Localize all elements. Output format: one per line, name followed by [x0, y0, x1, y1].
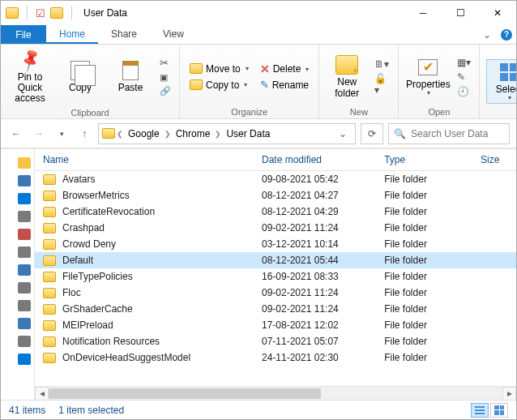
horizontal-scrollbar[interactable]: ◂ ▸: [35, 386, 516, 400]
copy-to-button[interactable]: Copy to▾: [186, 78, 252, 92]
tab-file[interactable]: File: [1, 25, 46, 44]
search-box[interactable]: 🔍 Search User Data: [388, 123, 510, 144]
easy-access-button[interactable]: 🔓▾: [374, 73, 390, 96]
group-new: New folder 🗎▾ 🔓▾ New: [319, 45, 399, 118]
help-icon: ?: [501, 29, 512, 41]
chevron-right-icon[interactable]: ❯: [215, 130, 221, 138]
table-row[interactable]: BrowserMetrics08-12-2021 04:27File folde…: [35, 187, 516, 204]
table-row[interactable]: CertificateRevocation08-12-2021 04:29Fil…: [35, 204, 516, 220]
delete-button[interactable]: ✕ Delete▾: [257, 62, 313, 76]
separator: [71, 6, 72, 20]
sidebar-item[interactable]: [1, 350, 34, 368]
copy-path-button[interactable]: ▣: [160, 72, 171, 83]
new-folder-label: New folder: [335, 77, 359, 98]
column-size[interactable]: Size: [472, 149, 516, 171]
back-button[interactable]: ←: [7, 125, 25, 143]
sidebar-item[interactable]: [1, 154, 34, 172]
properties-button[interactable]: ✔ Properties ▾: [405, 55, 451, 99]
sidebar-item[interactable]: [1, 297, 34, 315]
sidebar-icon: [18, 193, 31, 204]
table-row[interactable]: GrShaderCache09-02-2021 11:24File folder: [35, 301, 516, 317]
close-button[interactable]: ✕: [479, 1, 516, 25]
tab-share[interactable]: Share: [98, 25, 150, 44]
sidebar-item[interactable]: [1, 261, 34, 279]
minimize-button[interactable]: ─: [404, 1, 442, 25]
sidebar-icon: [18, 264, 31, 276]
sidebar-item[interactable]: [1, 190, 34, 208]
ribbon-collapse-button[interactable]: ⌄: [477, 25, 497, 44]
status-selection: 1 item selected: [58, 405, 124, 416]
table-row[interactable]: MEIPreload17-08-2021 12:02File folder: [35, 317, 516, 333]
file-size: [472, 171, 516, 188]
folder-icon: [43, 191, 56, 201]
sidebar-item[interactable]: [1, 208, 34, 225]
tab-view[interactable]: View: [150, 25, 197, 44]
paste-shortcut-button[interactable]: 🔗: [160, 86, 171, 96]
recent-locations-button[interactable]: ▾: [53, 125, 70, 143]
breadcrumb-google[interactable]: Google: [125, 126, 163, 141]
ribbon-tabs: File Home Share View ⌄ ?: [1, 25, 516, 45]
ribbon: 📌 Pin to Quick access Copy Paste ✂ ▣ 🔗 C…: [1, 45, 516, 119]
sidebar-item[interactable]: [1, 243, 34, 261]
rename-button[interactable]: ✎ Rename: [257, 78, 313, 92]
scroll-track[interactable]: [49, 387, 502, 401]
file-type: File folder: [376, 252, 472, 268]
column-date[interactable]: Date modified: [254, 149, 376, 171]
breadcrumb-chrome[interactable]: Chrome: [173, 126, 214, 141]
move-to-button[interactable]: Move to▾: [186, 62, 252, 76]
table-row[interactable]: FileTypePolicies16-09-2021 08:33File fol…: [35, 268, 516, 285]
cut-button[interactable]: ✂: [160, 57, 171, 69]
table-row[interactable]: OnDeviceHeadSuggestModel24-11-2021 02:30…: [35, 349, 516, 366]
table-row[interactable]: Crashpad09-02-2021 11:24File folder: [35, 220, 516, 236]
sidebar-item[interactable]: [1, 315, 34, 332]
scroll-left-button[interactable]: ◂: [35, 387, 49, 401]
up-button[interactable]: ↑: [75, 125, 93, 143]
file-name: BrowserMetrics: [62, 190, 130, 201]
table-row[interactable]: Notification Resources07-11-2021 05:07Fi…: [35, 333, 516, 349]
chevron-right-icon[interactable]: ❮: [117, 130, 123, 138]
pin-quick-access-button[interactable]: 📌 Pin to Quick access: [7, 48, 53, 106]
file-name: GrShaderCache: [62, 303, 133, 315]
address-dropdown-button[interactable]: ⌄: [334, 128, 352, 139]
sidebar-icon: [18, 246, 31, 258]
large-icons-view-button[interactable]: [490, 403, 508, 418]
column-type[interactable]: Type: [376, 149, 472, 171]
nav-pane[interactable]: [1, 149, 35, 400]
address-bar[interactable]: ❮ Google ❯ Chrome ❯ User Data ⌄: [98, 123, 356, 144]
qat-properties-icon[interactable]: ☑: [36, 7, 45, 19]
table-row[interactable]: Default08-12-2021 05:44File folder: [35, 252, 516, 268]
file-type: File folder: [376, 317, 472, 333]
table-row[interactable]: Crowd Deny03-12-2021 10:14File folder: [35, 236, 516, 252]
sidebar-item[interactable]: [1, 279, 34, 297]
copy-button[interactable]: Copy: [58, 58, 103, 95]
sidebar-item[interactable]: [1, 225, 34, 243]
window-title: User Data: [83, 7, 127, 19]
column-name[interactable]: Name: [35, 149, 254, 171]
navigation-bar: ← → ▾ ↑ ❮ Google ❯ Chrome ❯ User Data ⌄ …: [1, 119, 516, 148]
paste-button[interactable]: Paste: [108, 58, 153, 95]
edit-button[interactable]: ✎: [457, 71, 471, 83]
forward-button[interactable]: →: [30, 125, 48, 143]
history-button[interactable]: 🕘: [457, 86, 471, 97]
sidebar-icon: [18, 211, 31, 222]
sidebar-item[interactable]: [1, 332, 34, 350]
new-item-button[interactable]: 🗎▾: [374, 58, 390, 70]
chevron-right-icon[interactable]: ❯: [164, 130, 171, 138]
file-size: [472, 301, 516, 317]
table-row[interactable]: Avatars09-08-2021 05:42File folder: [35, 171, 516, 188]
file-list[interactable]: Name Date modified Type Size Avatars09-0…: [35, 149, 516, 386]
new-folder-button[interactable]: New folder: [326, 53, 368, 100]
open-button[interactable]: ▦▾: [457, 57, 471, 68]
breadcrumb-userdata[interactable]: User Data: [223, 126, 273, 141]
sidebar-icon: [18, 157, 31, 169]
refresh-button[interactable]: ⟳: [361, 123, 383, 144]
maximize-button[interactable]: ☐: [442, 1, 479, 25]
help-button[interactable]: ?: [497, 25, 516, 44]
table-row[interactable]: Floc09-02-2021 11:24File folder: [35, 285, 516, 301]
scroll-right-button[interactable]: ▸: [502, 387, 516, 401]
scroll-thumb[interactable]: [49, 388, 321, 399]
details-view-button[interactable]: [471, 403, 489, 418]
select-button[interactable]: Select ▾: [486, 59, 517, 105]
tab-home[interactable]: Home: [46, 25, 98, 44]
sidebar-item[interactable]: [1, 172, 34, 190]
